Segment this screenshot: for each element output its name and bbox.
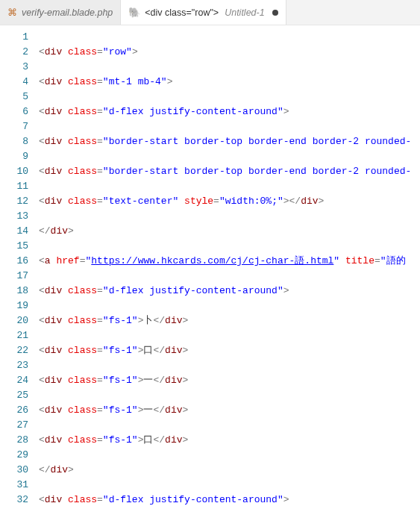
tab-label: verify-email.blade.php — [22, 7, 113, 18]
line-number: 7 — [0, 119, 28, 134]
line-number: 16 — [0, 254, 28, 269]
line-number: 15 — [0, 239, 28, 254]
line-number: 6 — [0, 104, 28, 119]
line-number: 23 — [0, 358, 28, 373]
tab-suffix: Untitled-1 — [225, 7, 265, 18]
line-number: 5 — [0, 90, 28, 104]
code-line: <div class="fs-1">一</div> — [39, 373, 411, 388]
code-line: <div class="mt-1 mb-4"> — [39, 75, 411, 90]
line-number: 18 — [0, 284, 28, 299]
code-line: <div class="border-start border-top bord… — [39, 164, 411, 179]
php-icon: 🐘 — [128, 7, 140, 18]
line-number: 12 — [0, 194, 28, 209]
line-number: 28 — [0, 433, 28, 448]
line-number: 30 — [0, 463, 28, 478]
line-number: 10 — [0, 164, 28, 179]
line-number: 9 — [0, 149, 28, 164]
line-number: 3 — [0, 60, 28, 75]
line-number: 17 — [0, 269, 28, 284]
line-number: 31 — [0, 478, 28, 493]
line-number: 27 — [0, 418, 28, 433]
line-number: 8 — [0, 134, 28, 149]
code-line: <div class="d-flex justify-content-aroun… — [39, 284, 411, 299]
tab-verify-email[interactable]: ⌘ verify-email.blade.php — [0, 0, 121, 25]
code-line: <div class="row"> — [39, 45, 411, 60]
tab-label: <div class="row"> — [145, 7, 219, 18]
code-line: <div class="fs-1">一</div> — [39, 403, 411, 418]
code-line: <div class="fs-1">口</div> — [39, 433, 411, 448]
line-number: 19 — [0, 299, 28, 313]
code-line: </div> — [39, 463, 411, 478]
line-number: 32 — [0, 493, 28, 506]
code-line: </div> — [39, 224, 411, 239]
code-line: <div class="d-flex justify-content-aroun… — [39, 493, 411, 506]
line-number: 11 — [0, 179, 28, 194]
line-number: 26 — [0, 403, 28, 418]
line-number: 29 — [0, 448, 28, 463]
line-number: 25 — [0, 388, 28, 403]
line-number: 2 — [0, 45, 28, 60]
editor: 1 2 3 4 5 6 7 8 9 10 11 12 13 14 15 16 1… — [0, 25, 420, 506]
tab-bar: ⌘ verify-email.blade.php 🐘 <div class="r… — [0, 0, 420, 25]
blade-icon: ⌘ — [7, 7, 17, 18]
line-number: 22 — [0, 343, 28, 358]
tab-untitled-1[interactable]: 🐘 <div class="row"> Untitled-1 — [121, 0, 286, 25]
code-line: <div class="border-start border-top bord… — [39, 134, 411, 149]
code-area[interactable]: <div class="row"> <div class="mt-1 mb-4"… — [39, 25, 411, 506]
code-line: <div class="fs-1">口</div> — [39, 343, 411, 358]
line-number: 21 — [0, 328, 28, 343]
line-number: 20 — [0, 313, 28, 328]
code-line: <div class="fs-1">卜</div> — [39, 313, 411, 328]
line-number: 4 — [0, 75, 28, 90]
code-line: <div class="d-flex justify-content-aroun… — [39, 104, 411, 119]
line-number: 14 — [0, 224, 28, 239]
code-line: <div class="text-center" style="width:0%… — [39, 194, 411, 209]
line-number: 1 — [0, 30, 28, 45]
modified-dot-icon — [272, 10, 278, 16]
line-gutter: 1 2 3 4 5 6 7 8 9 10 11 12 13 14 15 16 1… — [0, 25, 39, 506]
code-line: <a href="https://www.hkcards.com/cj/cj-c… — [39, 254, 411, 269]
line-number: 13 — [0, 209, 28, 224]
line-number: 24 — [0, 373, 28, 388]
